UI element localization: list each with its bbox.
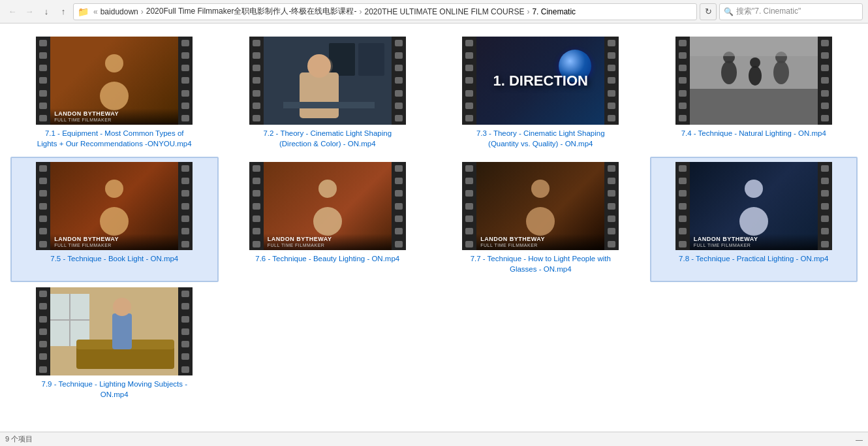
video-label: 7.1 - Equipment - Most Common Types of L…: [36, 128, 193, 149]
svg-rect-33: [112, 313, 132, 349]
film-hole: [821, 215, 829, 222]
watermark-name: LANDON BYTHEWAY: [268, 236, 388, 243]
film-hole: [608, 241, 615, 247]
video-label: 7.2 - Theory - Cinematic Light Shaping (…: [249, 128, 406, 149]
film-hole: [608, 90, 615, 97]
film-hole: [821, 190, 829, 197]
thumbnail-wrap: LANDON BYTHEWAY FULL TIME FILMMAKER: [249, 162, 406, 250]
video-item-7.4[interactable]: 7.4 - Technique - Natural Lighting - ON.…: [650, 31, 858, 157]
search-icon: 🔍: [724, 7, 734, 16]
film-hole: [395, 115, 403, 121]
video-item-7.8[interactable]: LANDON BYTHEWAY FULL TIME FILMMAKER 7.8 …: [650, 157, 858, 282]
film-hole: [465, 65, 473, 71]
video-item-7.1[interactable]: LANDON BYTHEWAY FULL TIME FILMMAKER 7.1 …: [10, 31, 219, 157]
crumb-course[interactable]: 2020Full Time Filmmaker全职电影制作人-终极在线电影课程-: [146, 6, 357, 17]
crumb-ultimate[interactable]: 2020THE ULTIMATE ONLINE FILM COURSE: [364, 7, 524, 16]
film-strip-right: [604, 162, 619, 250]
film-strip-right: [392, 162, 406, 250]
film-hole: [181, 303, 189, 310]
crumb-cinematic[interactable]: 7. Cinematic: [532, 7, 576, 16]
svg-point-0: [105, 54, 123, 72]
film-hole: [465, 103, 473, 109]
search-box[interactable]: 🔍 搜索"7. Cinematic": [719, 3, 863, 20]
svg-point-24: [526, 207, 555, 236]
film-hole: [253, 103, 260, 109]
video-label: 7.4 - Technique - Natural Lighting - ON.…: [681, 128, 826, 138]
film-hole: [253, 115, 260, 121]
down-button[interactable]: ↓: [39, 5, 54, 19]
film-hole: [39, 65, 47, 71]
film-hole: [253, 241, 260, 247]
film-hole: [821, 77, 829, 84]
film-hole: [39, 165, 47, 172]
video-item-7.2[interactable]: 7.2 - Theory - Cinematic Light Shaping (…: [224, 31, 432, 157]
refresh-button[interactable]: ↻: [700, 3, 717, 20]
content-area: LANDON BYTHEWAY FULL TIME FILMMAKER 7.1 …: [0, 24, 868, 416]
film-hole: [679, 115, 687, 121]
film-strip-left: [249, 37, 264, 125]
film-hole: [608, 40, 615, 46]
film-strip-left: [36, 162, 50, 250]
up-button[interactable]: ↑: [56, 5, 70, 19]
svg-rect-31: [76, 346, 174, 369]
video-item-7.7[interactable]: LANDON BYTHEWAY FULL TIME FILMMAKER 7.7 …: [437, 157, 645, 282]
film-strip-right: [178, 37, 193, 125]
video-item-7.6[interactable]: LANDON BYTHEWAY FULL TIME FILMMAKER 7.6 …: [224, 157, 432, 282]
film-hole: [821, 65, 829, 71]
forward-button[interactable]: →: [22, 5, 37, 19]
svg-rect-4: [358, 43, 384, 76]
svg-rect-9: [283, 102, 375, 108]
video-item-7.5[interactable]: LANDON BYTHEWAY FULL TIME FILMMAKER 7.5 …: [10, 157, 219, 282]
film-strip-left: [462, 162, 476, 250]
film-strip-left: [462, 37, 476, 125]
film-hole: [395, 90, 403, 97]
svg-point-16: [773, 61, 789, 84]
film-strip-right: [392, 37, 406, 125]
film-hole: [821, 40, 829, 46]
film-hole: [395, 215, 403, 222]
film-hole: [39, 103, 47, 109]
thumb-overlay: LANDON BYTHEWAY FULL TIME FILMMAKER: [50, 108, 178, 125]
film-hole: [395, 52, 403, 59]
film-hole: [821, 90, 829, 97]
film-hole: [395, 203, 403, 210]
back-button[interactable]: ←: [5, 5, 20, 19]
film-hole: [181, 353, 189, 360]
film-hole: [39, 203, 47, 210]
svg-point-23: [531, 180, 550, 198]
film-hole: [395, 190, 403, 197]
svg-point-8: [307, 54, 331, 78]
film-hole: [181, 77, 189, 84]
thumb-img: 1. DIRECTION: [476, 37, 604, 125]
film-strip-right: [178, 287, 193, 375]
video-grid: LANDON BYTHEWAY FULL TIME FILMMAKER 7.1 …: [10, 31, 858, 408]
video-item-7.3[interactable]: 1. DIRECTION 7.3 - Theory - Cinematic Li…: [437, 31, 645, 157]
film-hole: [181, 115, 189, 121]
film-hole: [39, 77, 47, 84]
svg-point-14: [749, 66, 762, 86]
film-hole: [465, 77, 473, 84]
watermark-sub: FULL TIME FILMMAKER: [268, 243, 388, 247]
film-hole: [39, 341, 47, 347]
film-strip-right: [818, 37, 832, 125]
titlebar: ← → ↓ ↑ 📁 « baidudown › 2020Full Time Fi…: [0, 0, 868, 24]
film-strip-right: [604, 37, 619, 125]
film-hole: [253, 178, 260, 184]
thumbnail-wrap: LANDON BYTHEWAY FULL TIME FILMMAKER: [462, 162, 619, 250]
svg-point-1: [100, 82, 129, 110]
film-hole: [608, 77, 615, 84]
film-hole: [39, 190, 47, 197]
video-item-7.9[interactable]: 7.9 - Technique - Lighting Moving Subjec…: [10, 282, 219, 407]
film-hole: [39, 228, 47, 234]
film-strip-left: [675, 37, 690, 125]
film-hole: [821, 165, 829, 172]
address-bar[interactable]: 📁 « baidudown › 2020Full Time Filmmaker全…: [73, 3, 697, 20]
film-hole: [821, 103, 829, 109]
film-hole: [679, 90, 687, 97]
film-hole: [39, 316, 47, 323]
film-hole: [679, 178, 687, 184]
crumb-baidudown[interactable]: baidudown: [101, 7, 138, 16]
film-hole: [39, 90, 47, 97]
video-label: 7.6 - Technique - Beauty Lighting - ON.m…: [255, 253, 399, 264]
film-strip-left: [249, 162, 264, 250]
